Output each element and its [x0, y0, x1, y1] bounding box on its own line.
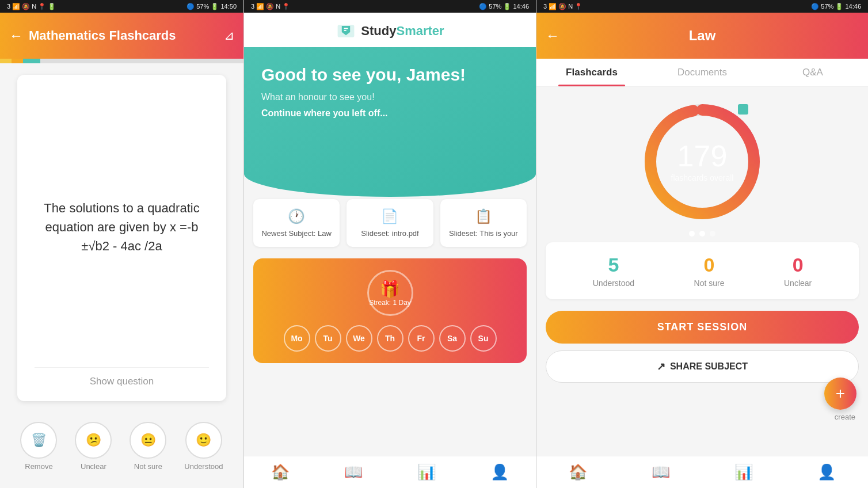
statusbar-left-p3: 3 📶 🔕 N 📍	[543, 3, 583, 10]
header-title-p1: Mathematics Flashcards	[29, 28, 224, 43]
stat-not-sure: 0 Not sure	[694, 254, 725, 288]
recent-card-0[interactable]: 🕐 Newest Subject: Law	[253, 199, 340, 247]
fab-area: + create	[536, 388, 868, 456]
bottom-nav-p2: 🏠 📖 📊 👤	[244, 456, 536, 488]
donut-center: 179 flashcards overall	[671, 141, 734, 182]
unclear-label: Unclear	[81, 462, 106, 471]
tab-flashcards[interactable]: Flashcards	[536, 59, 647, 86]
stat-unclear: 0 Unclear	[784, 254, 812, 288]
recent-icon-2: 📋	[475, 208, 492, 224]
flashcard-content-p1: The solutions to a quadratic equation ar…	[35, 92, 209, 361]
logo-text: StudySmarter	[361, 24, 444, 39]
stat-understood-value: 5	[608, 254, 619, 276]
stat-not-sure-value: 0	[704, 254, 715, 276]
streak-mo: Mo	[284, 325, 310, 352]
tab-documents[interactable]: Documents	[647, 59, 757, 86]
statusbar-right-p2: 🔵 57% 🔋 14:46	[479, 3, 529, 10]
tabs-p3: Flashcards Documents Q&A	[536, 59, 868, 87]
header-p1: ← Mathematics Flashcards ⊿	[0, 13, 243, 59]
recent-label-0: Newest Subject: Law	[261, 229, 331, 238]
panel-mathematics-flashcards: 3 📶 🔕 N 📍 🔋 🔵 57% 🔋 14:50 ← Mathematics …	[0, 0, 244, 488]
hero-subtitle: What an honour to see you!	[261, 92, 519, 102]
svg-rect-3	[344, 30, 347, 31]
donut-wrapper: 179 flashcards overall	[639, 98, 766, 237]
statusbar-left-p2: 3 📶 🔕 N 📍	[251, 3, 290, 10]
start-session-button[interactable]: START SESSION	[546, 311, 859, 344]
progress-orange	[12, 59, 23, 63]
stat-understood: 5 Understood	[593, 254, 634, 288]
recent-icon-1: 📄	[381, 208, 398, 224]
streak-tu: Tu	[315, 325, 341, 352]
recent-label-1: Slideset: intro.pdf	[361, 229, 418, 238]
understood-button[interactable]: 🙂 Understood	[184, 422, 223, 471]
panel-law: 3 📶 🔕 N 📍 🔵 57% 🔋 14:46 ← Law Flashcards…	[536, 0, 868, 488]
progress-bar-p1	[0, 59, 243, 63]
unclear-button[interactable]: 😕 Unclear	[75, 422, 112, 471]
recent-items: 🕐 Newest Subject: Law 📄 Slideset: intro.…	[244, 191, 536, 255]
back-button-p3[interactable]: ←	[546, 28, 559, 44]
donut-dot-3	[710, 231, 715, 237]
stats-p3: 5 Understood 0 Not sure 0 Unclear	[546, 242, 859, 299]
nav-book-p2[interactable]: 📖	[344, 463, 363, 481]
share-subject-button[interactable]: ↗ SHARE SUBJECT	[546, 350, 859, 383]
donut-dot-1	[689, 231, 695, 237]
nav-chart-p3[interactable]: 📊	[734, 463, 753, 481]
recent-label-2: Slideset: This is your	[449, 229, 518, 238]
fab-icon: +	[836, 384, 845, 403]
donut-dots	[639, 231, 766, 237]
streak-card: 🎁 Streak: 1 Day Mo Tu We Th Fr Sa Su	[253, 258, 527, 363]
recent-icon-0: 🕐	[288, 208, 305, 224]
statusbar-p1: 3 📶 🔕 N 📍 🔋 🔵 57% 🔋 14:50	[0, 0, 243, 13]
statusbar-p3: 3 📶 🔕 N 📍 🔵 57% 🔋 14:46	[536, 0, 868, 13]
progress-teal	[23, 59, 40, 63]
show-question-button[interactable]: Show question	[35, 368, 209, 390]
remove-label: Remove	[25, 462, 52, 471]
flashcard-p1: The solutions to a quadratic equation ar…	[17, 75, 226, 401]
tab-qa[interactable]: Q&A	[757, 59, 868, 86]
stat-understood-label: Understood	[593, 279, 634, 288]
streak-th: Th	[377, 325, 403, 352]
remove-icon: 🗑️	[20, 422, 57, 459]
streak-we: We	[346, 325, 372, 352]
statusbar-right-p3: 🔵 57% 🔋 14:46	[811, 3, 861, 10]
action-buttons-p3: START SESSION ↗ SHARE SUBJECT	[536, 299, 868, 388]
filter-icon-p1[interactable]: ⊿	[224, 28, 234, 43]
streak-emoji: 🎁	[380, 280, 400, 299]
share-icon: ↗	[657, 360, 665, 373]
create-fab-button[interactable]: +	[824, 378, 856, 410]
recent-card-2[interactable]: 📋 Slideset: This is your	[440, 199, 527, 247]
nav-profile-p3[interactable]: 👤	[817, 463, 836, 481]
panel-studysmarter-home: 3 📶 🔕 N 📍 🔵 57% 🔋 14:46 StudySmarter Goo…	[244, 0, 536, 488]
statusbar-right-p1: 🔵 57% 🔋 14:50	[186, 3, 237, 10]
streak-fr: Fr	[408, 325, 435, 352]
remove-button[interactable]: 🗑️ Remove	[20, 422, 57, 471]
streak-sa: Sa	[439, 325, 466, 352]
nav-chart-p2[interactable]: 📊	[417, 463, 436, 481]
statusbar-left-p1: 3 📶 🔕 N 📍 🔋	[7, 3, 56, 10]
donut-dot-2	[699, 231, 705, 237]
not-sure-button[interactable]: 😐 Not sure	[130, 422, 166, 471]
streak-su: Su	[470, 325, 497, 352]
back-button-p1[interactable]: ←	[9, 28, 23, 44]
nav-book-p3[interactable]: 📖	[652, 463, 670, 481]
donut-area: 179 flashcards overall	[536, 87, 868, 242]
unclear-icon: 😕	[75, 422, 112, 459]
stat-unclear-value: 0	[793, 254, 804, 276]
understood-icon: 🙂	[185, 422, 222, 459]
nav-profile-p2[interactable]: 👤	[490, 463, 509, 481]
not-sure-label: Not sure	[134, 462, 162, 471]
studysmarter-logo-icon	[336, 21, 356, 41]
hero-continue[interactable]: Continue where you left off...	[261, 108, 519, 119]
nav-home-p2[interactable]: 🏠	[271, 463, 290, 481]
not-sure-icon: 😐	[130, 422, 166, 459]
recent-card-1[interactable]: 📄 Slideset: intro.pdf	[347, 199, 433, 247]
stat-not-sure-label: Not sure	[694, 279, 725, 288]
streak-label: Streak: 1 Day	[369, 299, 411, 307]
nav-home-p3[interactable]: 🏠	[569, 463, 587, 481]
header-p3: ← Law	[536, 13, 868, 59]
progress-yellow	[0, 59, 12, 63]
understood-label: Understood	[184, 462, 223, 471]
flashcard-actions-p1: 🗑️ Remove 😕 Unclear 😐 Not sure 🙂 Underst…	[0, 413, 243, 488]
header-title-p3: Law	[689, 28, 716, 44]
logo-bar: StudySmarter	[244, 13, 536, 47]
